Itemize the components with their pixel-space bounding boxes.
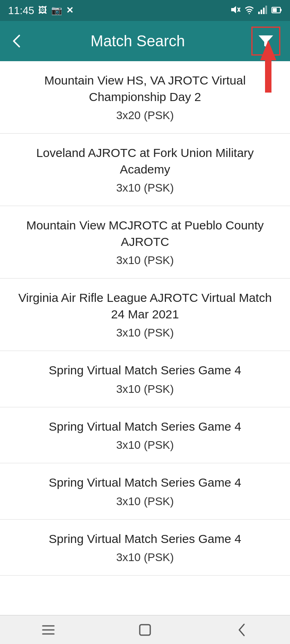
match-item[interactable]: Mountain View HS, VA JROTC Virtual Champ… — [0, 61, 290, 134]
photo-icon: 🖼 — [38, 5, 47, 16]
back-nav-button[interactable] — [226, 620, 258, 640]
menu-button[interactable] — [32, 620, 64, 640]
match-title: Spring Virtual Match Series Game 4 — [49, 531, 241, 547]
match-title: Spring Virtual Match Series Game 4 — [49, 362, 241, 379]
match-item[interactable]: Loveland AJROTC at Fork Union Military A… — [0, 134, 290, 206]
bottom-navigation — [0, 615, 290, 644]
match-format: 3x10 (PSK) — [116, 326, 174, 339]
svg-marker-0 — [231, 6, 236, 13]
match-item[interactable]: Spring Virtual Match Series Game 43x10 (… — [0, 463, 290, 520]
match-item[interactable]: Virginia Air Rifle League AJROTC Virtual… — [0, 279, 290, 351]
status-bar: 11:45 🖼 📷 ✕ — [0, 0, 290, 21]
match-format: 3x20 (PSK) — [116, 109, 174, 122]
match-format: 3x10 (PSK) — [116, 551, 174, 564]
battery-icon — [271, 4, 282, 17]
svg-rect-5 — [261, 10, 262, 14]
match-format: 3x10 (PSK) — [116, 254, 174, 267]
match-item[interactable]: Spring Virtual Match Series Game 43x10 (… — [0, 351, 290, 407]
svg-marker-11 — [259, 35, 273, 47]
svg-point-3 — [249, 13, 250, 14]
back-button[interactable] — [10, 34, 24, 48]
filter-button[interactable] — [251, 27, 280, 56]
status-bar-left: 11:45 🖼 📷 ✕ — [8, 4, 73, 17]
mute-icon — [230, 4, 241, 17]
match-item[interactable]: Spring Virtual Match Series Game 43x10 (… — [0, 407, 290, 464]
close-icon: ✕ — [66, 5, 73, 16]
match-item[interactable]: Spring Virtual Match Series Game 43x10 (… — [0, 520, 290, 576]
svg-rect-9 — [281, 9, 282, 11]
match-list: Mountain View HS, VA JROTC Virtual Champ… — [0, 61, 290, 615]
match-title: Loveland AJROTC at Fork Union Military A… — [12, 145, 278, 178]
match-format: 3x10 (PSK) — [116, 495, 174, 508]
match-title: Virginia Air Rifle League AJROTC Virtual… — [12, 290, 278, 322]
app-bar: Match Search — [0, 21, 290, 61]
svg-rect-10 — [273, 8, 277, 12]
svg-rect-4 — [258, 12, 260, 14]
match-format: 3x10 (PSK) — [116, 182, 174, 194]
camera-icon: 📷 — [51, 5, 62, 16]
match-item[interactable]: Mountain View MCJROTC at Pueblo County A… — [0, 206, 290, 279]
status-time: 11:45 — [8, 4, 34, 17]
status-bar-right — [230, 4, 282, 17]
wifi-icon — [244, 4, 255, 17]
match-title: Spring Virtual Match Series Game 4 — [49, 419, 241, 435]
page-title: Match Search — [24, 33, 251, 50]
svg-rect-6 — [263, 8, 265, 14]
signal-icon — [258, 4, 268, 17]
match-title: Mountain View MCJROTC at Pueblo County A… — [12, 217, 278, 250]
match-format: 3x10 (PSK) — [116, 439, 174, 452]
home-button[interactable] — [129, 620, 161, 640]
svg-rect-16 — [140, 625, 150, 635]
svg-rect-7 — [265, 6, 267, 14]
match-format: 3x10 (PSK) — [116, 383, 174, 396]
match-title: Mountain View HS, VA JROTC Virtual Champ… — [12, 72, 278, 105]
match-title: Spring Virtual Match Series Game 4 — [49, 475, 241, 491]
